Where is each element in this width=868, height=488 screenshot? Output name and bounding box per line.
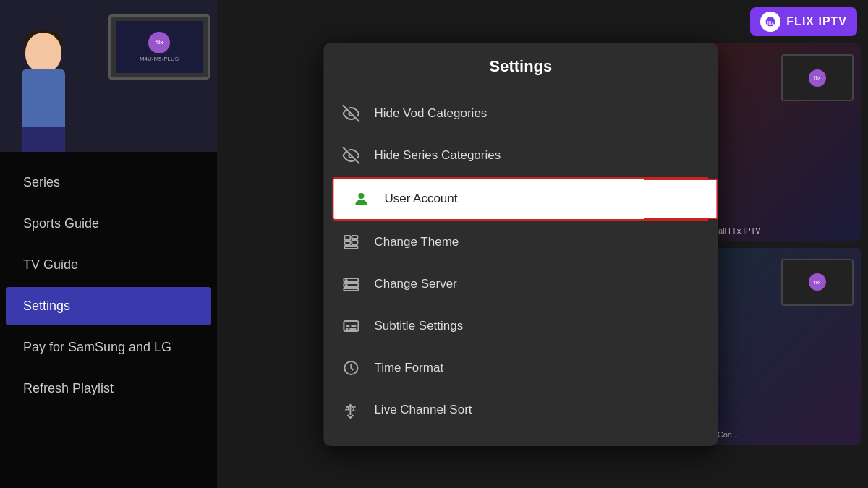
svg-text:flix: flix: [767, 20, 774, 25]
right-tv-logo-1: flix: [809, 69, 826, 87]
hide-vod-label: Hide Vod Categories: [374, 106, 487, 121]
top-logo: flix FLIX IPTV: [750, 7, 857, 36]
change-theme-label: Change Theme: [374, 235, 459, 249]
right-tv-logo-2: flix: [809, 273, 826, 291]
settings-item-hide-series[interactable]: Hide Series Categories: [323, 135, 718, 176]
change-server-label: Change Server: [374, 277, 456, 291]
svg-rect-7: [352, 236, 357, 239]
settings-item-hide-vod[interactable]: Hide Vod Categories: [323, 93, 718, 134]
subtitle-label: Subtitle Settings: [374, 319, 463, 333]
settings-item-time-format[interactable]: Time Format: [323, 348, 718, 388]
settings-item-change-theme[interactable]: Change Theme: [323, 222, 718, 262]
svg-rect-5: [344, 236, 350, 240]
settings-item-user-account[interactable]: User Account: [332, 177, 709, 221]
user-account-label: User Account: [384, 192, 457, 206]
svg-rect-12: [344, 288, 358, 291]
settings-item-change-server[interactable]: Change Server: [323, 264, 718, 304]
tv-thumbnail: flix M4U-M5-PLUS: [109, 14, 210, 80]
time-format-label: Time Format: [374, 361, 443, 375]
right-tv-1: flix: [781, 54, 854, 101]
sort-icon: A Z: [341, 400, 361, 420]
sidebar-item-pay[interactable]: Pay for SamSung and LG: [6, 328, 211, 367]
thumbnail-area: flix M4U-M5-PLUS: [0, 0, 217, 152]
svg-rect-8: [352, 240, 357, 244]
eye-slash-icon-2: [341, 145, 361, 166]
settings-title: Settings: [323, 43, 718, 87]
sidebar-item-sports[interactable]: Sports Guide: [6, 205, 211, 243]
clock-icon: [341, 358, 361, 378]
subtitle-icon: [341, 316, 361, 336]
sidebar-item-settings[interactable]: Settings: [6, 287, 211, 325]
sidebar-item-refresh[interactable]: Refresh Playlist: [6, 369, 211, 408]
logo-label: FLIX IPTV: [786, 15, 847, 28]
settings-item-subtitle[interactable]: Subtitle Settings: [323, 306, 718, 346]
user-icon: [351, 189, 371, 209]
svg-point-4: [358, 193, 364, 199]
hide-series-label: Hide Series Categories: [374, 148, 501, 163]
svg-rect-6: [344, 241, 350, 244]
avatar-figure: [14, 29, 72, 152]
svg-point-14: [346, 284, 347, 286]
settings-item-live-sort[interactable]: A Z Live Channel Sort: [323, 390, 718, 430]
eye-slash-icon-1: [341, 103, 361, 124]
theme-icon: [341, 232, 361, 252]
logo-icon: flix: [760, 12, 780, 32]
sidebar-item-series[interactable]: Series: [6, 163, 211, 202]
svg-rect-9: [344, 246, 357, 249]
server-icon: [341, 274, 361, 294]
settings-modal: Settings Hide Vod Categories Hide Series…: [323, 43, 718, 446]
svg-point-13: [346, 279, 347, 281]
sidebar-item-tvguide[interactable]: TV Guide: [6, 246, 211, 284]
right-tv-2: flix: [781, 259, 854, 306]
live-sort-label: Live Channel Sort: [374, 403, 472, 417]
